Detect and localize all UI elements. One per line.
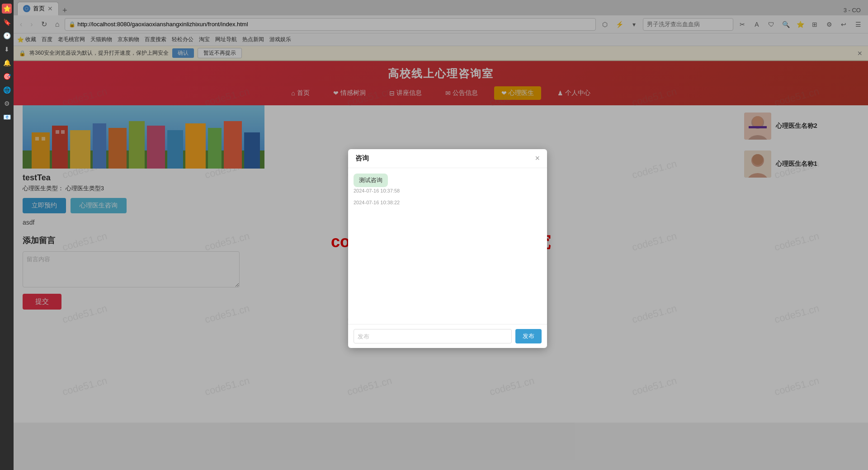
send-button[interactable]: 发布 xyxy=(515,329,542,343)
sidebar-icon-7[interactable]: ⚙ xyxy=(2,99,12,108)
chat-message-2: 2024-07-16 10:38:22 xyxy=(354,199,542,205)
chat-input[interactable] xyxy=(354,329,512,343)
modal-footer: 发布 xyxy=(348,324,547,348)
sidebar-icon-5[interactable]: 🎯 xyxy=(2,71,12,81)
sidebar-icon-3[interactable]: ⬇ xyxy=(2,44,12,54)
sidebar-icon-2[interactable]: 🕐 xyxy=(2,31,12,41)
sidebar-icon-4[interactable]: 🔔 xyxy=(2,58,12,68)
chat-message-1: 测试咨询 2024-07-16 10:37:58 xyxy=(354,174,542,193)
sidebar-icon-6[interactable]: 🌐 xyxy=(2,85,12,95)
modal-body: 测试咨询 2024-07-16 10:37:58 2024-07-16 10:3… xyxy=(348,168,547,324)
modal-close-button[interactable]: × xyxy=(535,154,540,163)
browser-sidebar: ⭐ 🔖 🕐 ⬇ 🔔 🎯 🌐 ⚙ 📧 xyxy=(0,0,14,470)
modal-header: 咨询 × xyxy=(348,149,547,168)
consult-modal: 咨询 × 测试咨询 2024-07-16 10:37:58 2024-07-16… xyxy=(348,149,547,348)
sidebar-icon-8[interactable]: 📧 xyxy=(2,112,12,122)
chat-time-1: 2024-07-16 10:37:58 xyxy=(354,188,400,193)
chat-bubble-1: 测试咨询 xyxy=(354,174,388,187)
sidebar-home-icon[interactable]: ⭐ xyxy=(2,4,12,14)
chat-time-2: 2024-07-16 10:38:22 xyxy=(354,200,400,205)
modal-overlay[interactable]: 咨询 × 测试咨询 2024-07-16 10:37:58 2024-07-16… xyxy=(0,0,868,470)
modal-title: 咨询 xyxy=(355,154,369,163)
sidebar-icon-1[interactable]: 🔖 xyxy=(2,17,12,27)
